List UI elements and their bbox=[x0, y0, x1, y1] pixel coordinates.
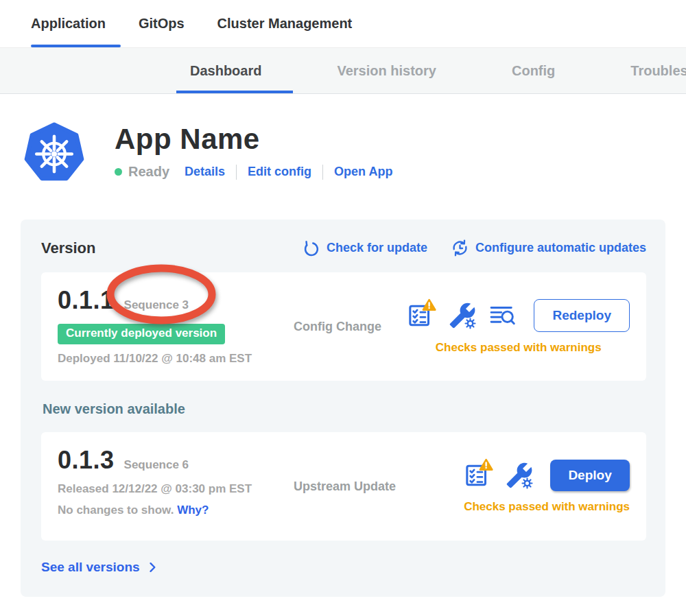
current-version-number: 0.1.1 bbox=[58, 286, 115, 315]
page-title: App Name bbox=[115, 123, 392, 156]
app-header: App Name Ready Details Edit config Open … bbox=[24, 121, 686, 183]
version-source-label: Upstream Update bbox=[294, 479, 417, 494]
no-changes-text: No changes to show. bbox=[58, 504, 174, 517]
current-version-sequence: Sequence 3 bbox=[124, 298, 189, 312]
app-status-row: Ready Details Edit config Open App bbox=[115, 164, 392, 180]
available-version-card: 0.1.3 Sequence 6 Released 12/12/22 @ 03:… bbox=[41, 432, 646, 541]
scheduled-update-icon bbox=[451, 239, 469, 257]
tab-cluster-management[interactable]: Cluster Management bbox=[217, 0, 353, 47]
tab-version-history[interactable]: Version history bbox=[337, 48, 436, 93]
version-section-title: Version bbox=[41, 239, 95, 257]
edit-config-link[interactable]: Edit config bbox=[248, 165, 311, 179]
chevron-right-icon bbox=[145, 560, 159, 574]
wrench-gear-icon[interactable] bbox=[506, 462, 533, 489]
divider bbox=[236, 165, 237, 180]
new-version-heading: New version available bbox=[43, 401, 646, 417]
preflight-checklist-icon[interactable] bbox=[407, 301, 436, 330]
view-diff-icon[interactable] bbox=[489, 304, 517, 327]
tab-dashboard[interactable]: Dashboard bbox=[190, 48, 261, 93]
open-app-link[interactable]: Open App bbox=[334, 165, 392, 179]
primary-nav: Application GitOps Cluster Management bbox=[0, 0, 686, 48]
available-version-number: 0.1.3 bbox=[58, 446, 115, 475]
deploy-button[interactable]: Deploy bbox=[550, 460, 629, 491]
tab-config[interactable]: Config bbox=[512, 48, 555, 93]
version-panel: Version Check for update bbox=[21, 220, 665, 597]
version-actions: Check for update Configure automatic upd… bbox=[303, 239, 646, 257]
tab-application[interactable]: Application bbox=[31, 0, 106, 47]
status-dot bbox=[115, 168, 122, 176]
version-panel-header: Version Check for update bbox=[41, 239, 646, 257]
divider bbox=[322, 165, 323, 180]
deployed-version-badge: Currently deployed version bbox=[58, 324, 225, 344]
status-badge: Ready bbox=[128, 164, 169, 180]
available-version-sequence: Sequence 6 bbox=[124, 458, 189, 472]
deployed-timestamp: Deployed 11/10/22 @ 10:48 am EST bbox=[58, 352, 284, 366]
preflight-checks-status: Checks passed with warnings bbox=[464, 500, 630, 514]
tab-gitops[interactable]: GitOps bbox=[139, 0, 185, 47]
kubernetes-logo bbox=[24, 121, 84, 183]
wrench-gear-icon[interactable] bbox=[449, 302, 476, 329]
configure-automatic-updates-link[interactable]: Configure automatic updates bbox=[451, 239, 646, 257]
tab-troubleshoot[interactable]: Troubleshoot bbox=[630, 48, 686, 93]
preflight-checks-status: Checks passed with warnings bbox=[436, 341, 602, 355]
app-subnav: Dashboard Version history Config Trouble… bbox=[0, 48, 686, 94]
refresh-icon bbox=[303, 239, 320, 257]
details-link[interactable]: Details bbox=[185, 165, 225, 179]
see-all-versions-link[interactable]: See all versions bbox=[41, 560, 159, 575]
version-source-label: Config Change bbox=[294, 320, 407, 334]
check-for-update-link[interactable]: Check for update bbox=[303, 239, 427, 257]
redeploy-button[interactable]: Redeploy bbox=[534, 299, 630, 332]
current-version-card: 0.1.1 Sequence 3 Currently deployed vers… bbox=[41, 272, 646, 381]
why-link[interactable]: Why? bbox=[177, 504, 209, 517]
preflight-checklist-icon[interactable] bbox=[464, 461, 493, 490]
released-timestamp: Released 12/12/22 @ 03:30 pm EST bbox=[58, 482, 284, 496]
